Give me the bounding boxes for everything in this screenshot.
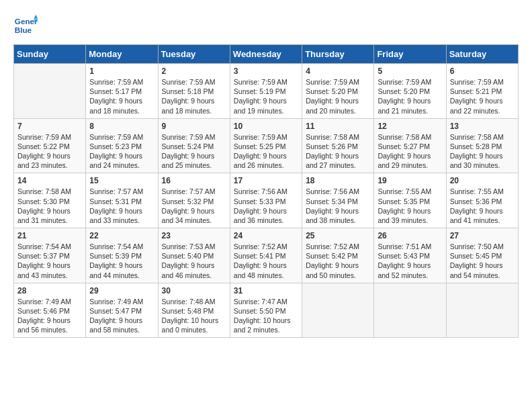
day-number: 15	[89, 176, 154, 185]
cell-line: Daylight: 9 hours	[306, 261, 370, 270]
cell-line: Sunrise: 7:52 AM	[306, 242, 370, 251]
cell-line: and 38 minutes.	[306, 216, 370, 225]
cell-line: and 23 minutes.	[17, 161, 82, 170]
logo: General Blue	[13, 13, 42, 38]
cell-line: and 41 minutes.	[450, 216, 515, 225]
calendar-cell: 3Sunrise: 7:59 AMSunset: 5:19 PMDaylight…	[230, 64, 302, 119]
logo-icon: General Blue	[13, 13, 38, 38]
cell-line: Sunset: 5:33 PM	[234, 197, 298, 206]
day-number: 11	[306, 122, 370, 131]
cell-line: Sunset: 5:41 PM	[234, 251, 298, 261]
calendar-cell: 13Sunrise: 7:58 AMSunset: 5:28 PMDayligh…	[446, 118, 518, 173]
day-number: 23	[162, 231, 226, 240]
cell-line: Daylight: 9 hours	[306, 206, 370, 216]
cell-line: Sunset: 5:19 PM	[234, 87, 298, 96]
day-number: 21	[17, 231, 82, 240]
cell-line: and 2 minutes.	[234, 325, 298, 334]
cell-line: Sunset: 5:22 PM	[17, 142, 82, 151]
calendar-header: SundayMondayTuesdayWednesdayThursdayFrid…	[14, 45, 519, 64]
cell-line: and 36 minutes.	[234, 216, 298, 225]
calendar-cell: 5Sunrise: 7:59 AMSunset: 5:20 PMDaylight…	[374, 64, 446, 119]
cell-line: Sunrise: 7:59 AM	[17, 132, 82, 142]
cell-line: Sunset: 5:25 PM	[234, 142, 298, 151]
cell-line: Sunset: 5:35 PM	[378, 197, 442, 206]
cell-line: Sunset: 5:42 PM	[306, 251, 370, 261]
cell-line: Sunset: 5:18 PM	[162, 87, 226, 96]
cell-line: Sunrise: 7:56 AM	[234, 187, 298, 196]
cell-line: Sunrise: 7:49 AM	[17, 297, 82, 306]
calendar-cell: 27Sunrise: 7:50 AMSunset: 5:45 PMDayligh…	[446, 228, 518, 283]
cell-line: Sunset: 5:28 PM	[450, 142, 515, 151]
day-number: 14	[17, 176, 82, 185]
header-cell-saturday: Saturday	[446, 45, 518, 64]
calendar-cell: 17Sunrise: 7:56 AMSunset: 5:33 PMDayligh…	[230, 173, 302, 228]
day-number: 27	[450, 231, 515, 240]
cell-line: Sunrise: 7:55 AM	[450, 187, 515, 196]
cell-line: Daylight: 9 hours	[17, 151, 82, 161]
header: General Blue	[13, 13, 519, 38]
cell-line: and 25 minutes.	[162, 161, 226, 170]
week-row-4: 28Sunrise: 7:49 AMSunset: 5:46 PMDayligh…	[14, 283, 519, 338]
cell-line: Daylight: 9 hours	[306, 96, 370, 105]
calendar-cell: 24Sunrise: 7:52 AMSunset: 5:41 PMDayligh…	[230, 228, 302, 283]
cell-line: Daylight: 9 hours	[89, 316, 154, 325]
calendar-cell: 12Sunrise: 7:58 AMSunset: 5:27 PMDayligh…	[374, 118, 446, 173]
header-cell-monday: Monday	[86, 45, 158, 64]
header-cell-tuesday: Tuesday	[158, 45, 230, 64]
cell-line: Daylight: 9 hours	[162, 261, 226, 270]
day-number: 29	[89, 286, 154, 295]
calendar-cell: 28Sunrise: 7:49 AMSunset: 5:46 PMDayligh…	[14, 283, 86, 338]
cell-line: Sunrise: 7:59 AM	[89, 132, 154, 142]
cell-line: and 18 minutes.	[89, 106, 154, 116]
header-cell-wednesday: Wednesday	[230, 45, 302, 64]
cell-line: Sunrise: 7:56 AM	[306, 187, 370, 196]
cell-line: Sunset: 5:31 PM	[89, 197, 154, 206]
cell-line: Daylight: 9 hours	[89, 151, 154, 161]
cell-line: Sunrise: 7:59 AM	[378, 77, 442, 87]
cell-line: Daylight: 9 hours	[162, 206, 226, 216]
cell-line: Daylight: 10 hours	[234, 316, 298, 325]
cell-line: Sunset: 5:43 PM	[378, 251, 442, 261]
cell-line: Daylight: 9 hours	[89, 206, 154, 216]
calendar-cell: 1Sunrise: 7:59 AMSunset: 5:17 PMDaylight…	[86, 64, 158, 119]
calendar-cell: 31Sunrise: 7:47 AMSunset: 5:50 PMDayligh…	[230, 283, 302, 338]
cell-line: and 56 minutes.	[17, 325, 82, 334]
cell-line: and 0 minutes.	[162, 325, 226, 334]
calendar-cell: 26Sunrise: 7:51 AMSunset: 5:43 PMDayligh…	[374, 228, 446, 283]
cell-line: Sunrise: 7:54 AM	[89, 242, 154, 251]
cell-line: Sunset: 5:39 PM	[89, 251, 154, 261]
cell-line: Daylight: 9 hours	[89, 96, 154, 105]
svg-text:Blue: Blue	[15, 26, 32, 34]
cell-line: Sunset: 5:45 PM	[450, 251, 515, 261]
cell-line: Sunrise: 7:59 AM	[450, 77, 515, 87]
calendar-cell: 22Sunrise: 7:54 AMSunset: 5:39 PMDayligh…	[86, 228, 158, 283]
calendar-cell: 16Sunrise: 7:57 AMSunset: 5:32 PMDayligh…	[158, 173, 230, 228]
cell-line: Sunrise: 7:51 AM	[378, 242, 442, 251]
day-number: 30	[162, 286, 226, 295]
calendar-cell: 19Sunrise: 7:55 AMSunset: 5:35 PMDayligh…	[374, 173, 446, 228]
cell-line: and 24 minutes.	[89, 161, 154, 170]
cell-line: Sunrise: 7:53 AM	[162, 242, 226, 251]
cell-line: and 54 minutes.	[450, 271, 515, 280]
cell-line: and 20 minutes.	[306, 106, 370, 116]
cell-line: and 50 minutes.	[306, 271, 370, 280]
day-number: 9	[162, 122, 226, 131]
week-row-2: 14Sunrise: 7:58 AMSunset: 5:30 PMDayligh…	[14, 173, 519, 228]
day-number: 28	[17, 286, 82, 295]
cell-line: Daylight: 9 hours	[450, 206, 515, 216]
cell-line: Sunrise: 7:52 AM	[234, 242, 298, 251]
week-row-3: 21Sunrise: 7:54 AMSunset: 5:37 PMDayligh…	[14, 228, 519, 283]
calendar-cell	[446, 283, 518, 338]
cell-line: Sunrise: 7:55 AM	[378, 187, 442, 196]
calendar-body: 1Sunrise: 7:59 AMSunset: 5:17 PMDaylight…	[14, 64, 519, 338]
cell-line: Daylight: 9 hours	[306, 151, 370, 161]
cell-line: Daylight: 9 hours	[234, 151, 298, 161]
calendar-cell: 30Sunrise: 7:48 AMSunset: 5:48 PMDayligh…	[158, 283, 230, 338]
cell-line: Sunrise: 7:59 AM	[234, 77, 298, 87]
day-number: 25	[306, 231, 370, 240]
cell-line: Daylight: 9 hours	[162, 151, 226, 161]
cell-line: and 58 minutes.	[89, 325, 154, 334]
cell-line: Sunset: 5:20 PM	[378, 87, 442, 96]
cell-line: and 29 minutes.	[378, 161, 442, 170]
day-number: 1	[89, 66, 154, 76]
